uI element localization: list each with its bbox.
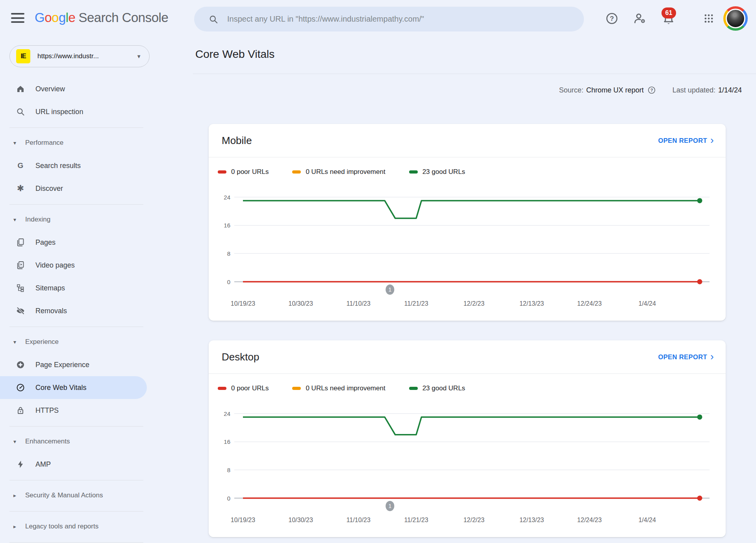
legend-dash [218,170,226,174]
sidebar-item-url-inspection[interactable]: URL inspection [0,100,150,123]
x-axis-tick-label: 11/21/23 [404,300,428,307]
card-title: Desktop [222,351,259,363]
legend-dash [292,387,301,390]
video-pages-icon [16,260,26,270]
sidebar-section-performance[interactable]: ▾ Performance [0,131,150,154]
y-axis-tick-label: 24 [224,194,230,201]
user-avatar[interactable] [723,6,748,31]
apps-grid-icon[interactable] [703,13,714,24]
removals-eye-off-icon [16,306,26,316]
x-axis-tick-label: 11/10/23 [346,300,371,307]
legend-dash [409,170,418,174]
google-search-console-logo[interactable]: GoogleSearch Console [35,10,168,25]
desktop-card-header: Desktop OPEN REPORT › [209,340,726,374]
sidebar-divider [9,480,143,480]
source-value: Chrome UX report [586,86,644,94]
sidebar-section-legacy-tools[interactable]: ▸ Legacy tools and reports [0,515,150,538]
series-end-dot [697,414,702,419]
chevron-right-icon: › [710,137,714,143]
sidebar-item-discover[interactable]: ✱ Discover [0,177,150,200]
url-inspect-searchbar[interactable] [194,7,584,31]
sidebar-item-amp[interactable]: AMP [0,453,150,476]
property-favicon: IE [16,49,30,63]
x-axis-tick-label: 10/19/23 [231,300,255,307]
sidebar-section-experience[interactable]: ▾ Experience [0,331,150,353]
search-icon [16,107,26,117]
sitemaps-icon [16,283,26,293]
series-end-dot [697,496,702,501]
open-report-button[interactable]: OPEN REPORT › [658,353,714,361]
legend-item-needs-improvement: 0 URLs need improvement [292,384,385,392]
y-axis-tick-label: 24 [224,410,230,417]
x-axis-tick-label: 12/2/23 [463,300,484,307]
sidebar-item-sitemaps[interactable]: Sitemaps [0,277,150,299]
property-url: https://www.industr... [37,52,136,60]
sidebar-section-enhancements[interactable]: ▾ Enhancements [0,430,150,453]
chevron-down-icon: ▾ [13,339,16,345]
legend-dash [218,387,226,390]
core-web-vitals-icon [16,382,26,393]
property-selector[interactable]: IE https://www.industr... ▼ [9,45,150,67]
sidebar: IE https://www.industr... ▼ Overview URL… [0,37,150,543]
y-axis-tick-label: 16 [224,222,230,229]
x-axis-tick-label: 10/30/23 [289,300,313,307]
sidebar-item-page-experience[interactable]: Page Experience [0,353,150,376]
y-axis-tick-label: 8 [227,250,230,257]
chart-legend: 0 poor URLs 0 URLs need improvement 23 g… [218,384,489,392]
page-title: Core Web Vitals [195,48,274,61]
x-axis-tick-label: 1/4/24 [638,517,656,523]
mobile-card-header: Mobile OPEN REPORT › [209,124,726,157]
chevron-down-icon: ▾ [13,438,16,445]
legend-dash [292,170,301,174]
y-axis-tick-label: 0 [227,495,230,502]
series-end-dot [697,198,702,203]
annotation-label: 1 [388,503,391,509]
svg-text:?: ? [610,15,614,22]
y-axis-tick-label: 8 [227,467,230,473]
legend-item-poor: 0 poor URLs [218,168,269,176]
google-g-icon: G [16,161,26,171]
x-axis-tick-label: 11/21/23 [404,517,428,523]
sidebar-divider [9,204,143,205]
svg-text:✱: ✱ [17,184,24,193]
help-icon[interactable]: ? [647,86,656,94]
lock-icon [16,405,26,416]
card-title: Mobile [222,135,252,147]
sidebar-divider [9,127,143,128]
legend-dash [409,387,418,390]
hamburger-icon[interactable] [11,13,25,24]
sidebar-item-video-pages[interactable]: Video pages [0,254,150,277]
legend-item-poor: 0 poor URLs [218,384,269,392]
sidebar-item-overview[interactable]: Overview [0,78,150,100]
user-settings-icon[interactable] [633,12,647,25]
y-axis-tick-label: 0 [227,279,230,285]
chevron-down-icon: ▾ [13,216,16,223]
chevron-right-icon: ▸ [13,523,16,530]
x-axis-tick-label: 12/2/23 [463,517,484,523]
sidebar-item-core-web-vitals[interactable]: Core Web Vitals [0,376,147,399]
search-icon [208,14,219,24]
mobile-cwv-chart: 08162410/19/2310/30/2311/10/2311/21/2312… [209,183,726,321]
sidebar-item-https[interactable]: HTTPS [0,399,150,422]
last-updated-label: Last updated: [673,86,715,94]
sidebar-item-pages[interactable]: Pages [0,231,150,254]
chevron-right-icon: ▸ [13,492,16,499]
search-input[interactable] [227,15,566,24]
svg-text:?: ? [650,88,653,92]
annotation-label: 1 [388,286,391,293]
page-experience-icon [16,360,26,370]
help-icon[interactable]: ? [605,12,619,25]
sidebar-section-security-manual-actions[interactable]: ▸ Security & Manual Actions [0,484,150,507]
app-header: GoogleSearch Console ? 61 [0,0,756,37]
sidebar-item-search-results[interactable]: G Search results [0,154,150,177]
discover-asterisk-icon: ✱ [16,183,26,194]
sidebar-item-removals[interactable]: Removals [0,299,150,322]
last-updated-value: 1/14/24 [718,86,742,94]
legend-item-good: 23 good URLs [409,168,465,176]
desktop-cwv-chart: 08162410/19/2310/30/2311/10/2311/21/2312… [209,399,726,537]
series-end-dot [697,279,702,284]
x-axis-tick-label: 12/24/23 [577,300,602,307]
sidebar-divider [9,511,143,512]
open-report-button[interactable]: OPEN REPORT › [658,137,714,144]
sidebar-section-indexing[interactable]: ▾ Indexing [0,208,150,231]
